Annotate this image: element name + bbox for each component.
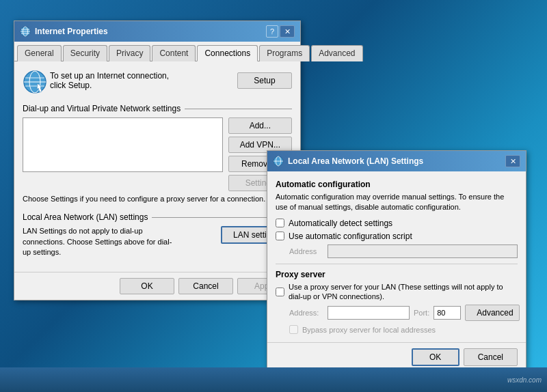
lan-dialog-icon — [273, 156, 284, 167]
lan-settings-dialog: Local Area Network (LAN) Settings ✕ Auto… — [267, 150, 526, 372]
internet-props-bottom: OK Cancel Apply — [14, 272, 300, 300]
internet-props-content: To set up an Internet connection, click … — [14, 61, 300, 266]
proxy-desc-label: Use a proxy server for your LAN (These s… — [289, 282, 518, 302]
dial-list — [23, 117, 223, 191]
auto-config-desc: Automatic configuration may override man… — [276, 192, 518, 213]
address-label: Address — [289, 247, 323, 255]
bypass-label: Bypass proxy server for local addresses — [302, 326, 436, 334]
lan-row: LAN Settings do not apply to dial-up con… — [23, 226, 292, 257]
auto-script-row: Use automatic configuration script — [276, 232, 518, 241]
bypass-row: Bypass proxy server for local addresses — [289, 325, 518, 334]
tab-programs[interactable]: Programs — [259, 45, 310, 61]
internet-props-icon — [20, 26, 31, 37]
lan-titlebar-left: Local Area Network (LAN) Settings — [273, 156, 423, 167]
auto-script-label: Use automatic configuration script — [289, 232, 412, 241]
cancel-button[interactable]: Cancel — [178, 278, 233, 294]
use-proxy-checkbox[interactable] — [276, 288, 284, 296]
tab-connections[interactable]: Connections — [197, 45, 258, 61]
proxy-port-label: Port: — [414, 309, 429, 317]
taskbar: wsxdn.com — [0, 367, 547, 392]
proxy-description: Choose Settings if you need to configure… — [23, 194, 292, 204]
titlebar-left: Internet Properties — [20, 26, 108, 37]
tab-content[interactable]: Content — [152, 45, 196, 61]
tab-security[interactable]: Security — [63, 45, 107, 61]
auto-detect-row: Automatically detect settings — [276, 219, 518, 228]
lan-description: LAN Settings do not apply to dial-up con… — [23, 226, 180, 257]
divider — [276, 264, 518, 264]
lan-titlebar-controls: ✕ — [505, 155, 520, 167]
proxy-address-row: Address: Port: Advanced — [289, 305, 518, 321]
proxy-address-input[interactable] — [328, 306, 410, 320]
dial-connections-list[interactable] — [23, 117, 223, 172]
lan-cancel-button[interactable]: Cancel — [464, 348, 518, 366]
lan-ok-button[interactable]: OK — [412, 348, 459, 366]
proxy-advanced-button[interactable]: Advanced — [465, 305, 520, 321]
help-button[interactable]: ? — [266, 25, 278, 38]
tabs-container: General Security Privacy Content Connect… — [14, 42, 300, 61]
bypass-checkbox[interactable] — [289, 325, 298, 334]
auto-config-header: Automatic configuration — [276, 180, 518, 189]
lan-dialog-title: Local Area Network (LAN) Settings — [288, 156, 423, 166]
setup-text: To set up an Internet connection, click … — [50, 71, 187, 90]
add-button[interactable]: Add... — [228, 117, 292, 134]
tab-privacy[interactable]: Privacy — [109, 45, 150, 61]
auto-detect-checkbox[interactable] — [276, 219, 284, 227]
dial-section-label: Dial-up and Virtual Private Network sett… — [23, 104, 292, 113]
taskbar-watermark: wsxdn.com — [507, 376, 542, 384]
close-button[interactable]: ✕ — [280, 25, 295, 38]
lan-dialog-content: Automatic configuration Automatic config… — [267, 171, 526, 342]
proxy-checkbox-row: Use a proxy server for your LAN (These s… — [276, 282, 518, 302]
lan-section: Local Area Network (LAN) settings LAN Se… — [23, 212, 292, 257]
internet-props-title: Internet Properties — [35, 27, 108, 36]
internet-props-titlebar: Internet Properties ? ✕ — [14, 21, 300, 42]
proxy-port-input[interactable] — [433, 306, 461, 320]
setup-row: To set up an Internet connection, click … — [23, 70, 292, 96]
setup-button[interactable]: Setup — [237, 72, 292, 89]
dial-list-area: Add... Add VPN... Remove... Settings — [23, 117, 292, 191]
lan-titlebar: Local Area Network (LAN) Settings ✕ — [267, 151, 526, 171]
globe-icon — [23, 70, 44, 92]
lan-close-button[interactable]: ✕ — [505, 155, 520, 167]
titlebar-controls: ? ✕ — [266, 25, 295, 38]
auto-script-checkbox[interactable] — [276, 232, 284, 240]
proxy-section: Proxy server Use a proxy server for your… — [276, 270, 518, 335]
tab-general[interactable]: General — [17, 45, 62, 61]
address-row: Address — [289, 244, 518, 258]
internet-properties-dialog: Internet Properties ? ✕ General Security… — [14, 20, 301, 300]
tab-advanced[interactable]: Advanced — [311, 45, 362, 61]
lan-section-label: Local Area Network (LAN) settings — [23, 212, 292, 222]
proxy-address-label: Address: — [289, 309, 323, 317]
auto-detect-label: Automatically detect settings — [289, 219, 392, 228]
setup-left: To set up an Internet connection, click … — [23, 70, 187, 92]
ok-button[interactable]: OK — [120, 278, 174, 294]
proxy-section-header: Proxy server — [276, 270, 518, 279]
address-input[interactable] — [328, 244, 518, 258]
